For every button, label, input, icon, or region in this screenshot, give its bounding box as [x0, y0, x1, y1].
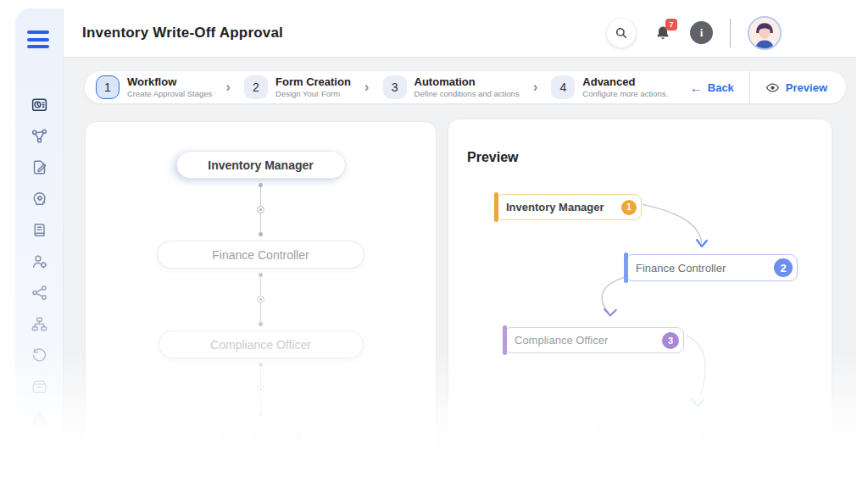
stepper-step-automation[interactable]: 3 Automation Define conditions and actio… [383, 75, 520, 99]
stepper-step-workflow[interactable]: 1 Workflow Create Approval Stages [96, 75, 212, 99]
stepper-bar: 1 Workflow Create Approval Stages › 2 Fo… [85, 71, 846, 103]
page-title: Inventory Write-Off Approval [82, 25, 283, 42]
share-nodes-icon [31, 284, 48, 302]
preview-node-final-approval: Final Approval 4 [598, 424, 719, 449]
step-text: Form Creation Design Your Form [275, 76, 351, 99]
stage-finance-controller[interactable]: Finance Controller [157, 241, 364, 269]
hamburger-menu-button[interactable] [27, 30, 51, 48]
node-label: Finance Controller [636, 262, 726, 274]
back-arrow-icon: ← [690, 80, 703, 95]
archive-icon [31, 378, 48, 396]
preview-node-compliance-officer: Compliance Officer 3 [504, 327, 684, 353]
org-chart-icon [31, 315, 48, 333]
preview-button[interactable]: Preview [750, 71, 846, 103]
top-header: Inventory Write-Off Approval 7 i [64, 8, 856, 58]
sidebar-item-records[interactable] [30, 221, 48, 240]
sidebar-item-archive[interactable] [30, 378, 48, 396]
connector-line [260, 303, 261, 322]
connector-line [260, 277, 261, 296]
notifications-button[interactable]: 7 [650, 19, 676, 47]
connector-node-icon [257, 385, 264, 393]
back-button[interactable]: ← Back [690, 80, 749, 95]
node-accent-bar [494, 192, 498, 222]
stage-inventory-manager[interactable]: Inventory Manager [176, 151, 346, 179]
sidebar [15, 8, 64, 488]
stage-connector [257, 179, 264, 241]
step-number: 4 [551, 75, 575, 99]
node-accent-bar [597, 422, 601, 451]
page: Inventory Write-Off Approval 7 i [0, 0, 868, 488]
step-subtitle: Create Approval Stages [127, 90, 212, 99]
hamburger-bar [27, 45, 49, 48]
stepper-step-advanced[interactable]: 4 Advanced Configure more actions. [551, 75, 668, 99]
step-text: Workflow Create Approval Stages [127, 76, 212, 99]
main-area: Inventory Write-Off Approval 7 i [64, 8, 856, 488]
step-text: Advanced Configure more actions. [582, 76, 668, 99]
sidebar-item-history[interactable] [30, 347, 48, 365]
connector-node-icon [257, 296, 264, 303]
step-subtitle: Design Your Form [275, 90, 351, 99]
node-label: Compliance Officer [515, 334, 608, 347]
chevron-right-icon: › [533, 79, 538, 96]
info-icon: i [700, 26, 704, 40]
user-avatar[interactable] [748, 16, 782, 50]
connector-dot [259, 412, 263, 416]
history-icon [31, 347, 48, 364]
sidebar-item-forms[interactable] [30, 158, 48, 177]
step-title: Advanced [582, 76, 668, 89]
chevron-right-icon: › [364, 79, 370, 96]
sidebar-nav [30, 96, 48, 459]
step-subtitle: Define conditions and actions [415, 90, 520, 99]
connector-line [260, 367, 261, 385]
sidebar-item-user-settings[interactable] [30, 252, 48, 271]
preview-node-finance-controller: Finance Controller 2 [625, 254, 798, 281]
node-order-badge: 3 [662, 332, 679, 349]
step-number: 2 [244, 75, 268, 99]
avatar-illustration [749, 18, 780, 48]
back-label: Back [708, 81, 734, 94]
search-icon [615, 26, 628, 40]
stage-connector [257, 358, 264, 420]
hierarchy-icon [31, 409, 48, 427]
stage-compliance-officer[interactable]: Compliance Officer [159, 330, 364, 358]
chevron-down-icon [31, 441, 48, 458]
node-order-badge: 2 [774, 258, 793, 277]
hamburger-bar [27, 30, 49, 34]
app-window: Inventory Write-Off Approval 7 i [15, 8, 856, 488]
chevron-right-icon: › [225, 79, 231, 96]
stage-connector [257, 269, 264, 330]
header-actions: 7 i [607, 16, 782, 50]
records-icon [31, 221, 48, 239]
node-label: Final Approval [609, 430, 678, 443]
step-title: Form Creation [275, 76, 351, 89]
step-subtitle: Configure more actions. [582, 90, 668, 99]
automation-icon [31, 190, 48, 208]
hamburger-bar [27, 38, 49, 42]
connector-node-icon [257, 206, 264, 214]
connector-line [260, 187, 261, 206]
connector-dot [259, 322, 263, 326]
user-settings-icon [31, 252, 48, 270]
sidebar-item-planner[interactable] [30, 96, 48, 114]
connector-line [260, 214, 261, 232]
sidebar-item-hierarchy[interactable] [30, 409, 48, 428]
sidebar-item-automation[interactable] [30, 190, 48, 208]
step-number: 1 [96, 75, 120, 99]
stepper-step-form-creation[interactable]: 2 Form Creation Design Your Form [244, 75, 351, 99]
sidebar-item-integrations[interactable] [30, 284, 48, 302]
sidebar-item-workflow[interactable] [30, 127, 48, 146]
info-button[interactable]: i [690, 21, 713, 44]
sidebar-item-more[interactable] [30, 441, 48, 459]
search-button[interactable] [607, 19, 636, 47]
preview-node-inventory-manager: Inventory Manager 1 [495, 194, 642, 220]
preview-panel: Preview Inventory Manager 1 Finance [448, 119, 832, 488]
node-accent-bar [503, 325, 507, 355]
step-title: Automation [415, 76, 520, 89]
node-order-badge: 4 [698, 429, 714, 444]
step-title: Workflow [127, 76, 212, 89]
step-text: Automation Define conditions and actions [415, 76, 520, 99]
sidebar-item-org-chart[interactable] [30, 315, 48, 334]
notification-count-badge: 7 [665, 19, 677, 30]
preview-label: Preview [786, 81, 827, 94]
planner-icon [31, 96, 48, 114]
